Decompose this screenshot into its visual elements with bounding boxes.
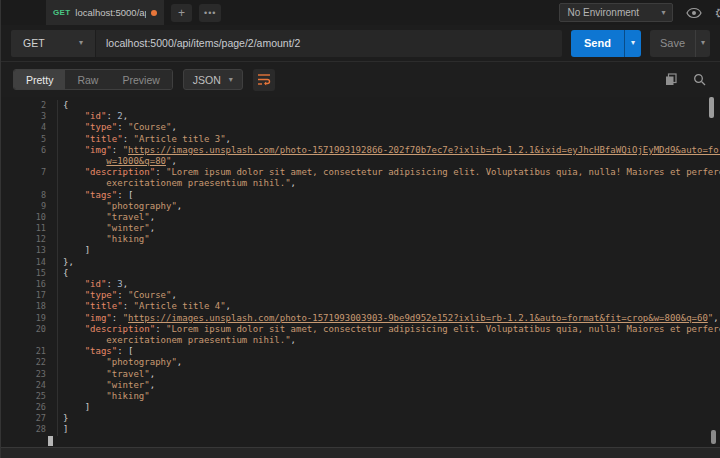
format-dropdown[interactable]: JSON ▾ (183, 69, 243, 90)
format-label: JSON (193, 74, 221, 86)
send-options-button[interactable]: ▾ (624, 30, 641, 57)
code-row: 17 "type": "Course", (1, 290, 720, 301)
scrollbar-thumb-bottom[interactable] (711, 430, 716, 444)
line-number: 23 (1, 369, 46, 380)
tab-options-button[interactable]: ••• (199, 4, 221, 22)
code-row: 26 ] (1, 402, 720, 413)
tab-pretty-label: Pretty (26, 74, 53, 86)
line-number: 11 (1, 223, 46, 234)
tab-title: localhost:5000/api/items/page/... (75, 7, 146, 18)
code-row: 16 "id": 3, (1, 279, 720, 290)
code-text: "id": 3, (57, 279, 720, 290)
code-text: ] (57, 402, 720, 413)
tab-method-label: GET (53, 8, 70, 17)
method-label: GET (23, 37, 45, 49)
code-text: "hiking" (57, 234, 720, 245)
code-row: 13 ] (1, 245, 720, 256)
scrollbar-thumb-top[interactable] (709, 97, 714, 118)
code-text: { (57, 100, 720, 111)
environment-selector[interactable]: No Environment ▾ (559, 3, 673, 22)
search-icon (693, 73, 706, 86)
line-number: 5 (1, 134, 46, 145)
code-text: exercitationem praesentium nihil.", (57, 335, 720, 346)
code-row: 2{ (1, 100, 720, 111)
code-row: 10 "travel", (1, 212, 720, 223)
line-number: 21 (1, 346, 46, 357)
code-row: 18 "title": "Article title 4", (1, 301, 720, 312)
code-text: "type": "Course", (57, 122, 720, 133)
response-view-tabs: Pretty Raw Preview (13, 69, 173, 90)
line-number: 8 (1, 190, 46, 201)
unsaved-changes-dot (151, 10, 157, 16)
settings-button[interactable]: ⚙ (714, 5, 720, 21)
environment-label: No Environment (567, 7, 639, 18)
response-toolbar: Pretty Raw Preview JSON ▾ (1, 62, 720, 97)
line-number: 19 (1, 313, 46, 324)
chevron-down-icon: ▾ (661, 9, 665, 17)
tab-bar: GET localhost:5000/api/items/page/... + … (1, 0, 720, 25)
url-input[interactable] (96, 30, 562, 57)
code-row: 23 "travel", (1, 369, 720, 380)
line-number: 27 (1, 413, 46, 424)
line-number: 22 (1, 357, 46, 368)
line-number: 6 (1, 145, 46, 156)
code-row: 25 "hiking" (1, 391, 720, 402)
code-text: "id": 2, (57, 111, 720, 122)
code-row: 22 "photography", (1, 357, 720, 368)
code-row: 28] (1, 424, 720, 435)
line-number: 7 (1, 167, 46, 178)
code-text: w=1000&q=80", (57, 156, 720, 167)
code-text: "hiking" (57, 391, 720, 402)
request-tab[interactable]: GET localhost:5000/api/items/page/... (46, 0, 164, 25)
code-row: 21 "tags": [ (1, 346, 720, 357)
save-button[interactable]: Save ▾ (650, 30, 710, 57)
code-row: 15{ (1, 268, 720, 279)
save-options-button[interactable]: ▾ (695, 30, 710, 57)
wrap-text-button[interactable] (253, 69, 275, 91)
code-text: ] (57, 424, 720, 435)
code-text: exercitationem praesentium nihil.", (57, 178, 720, 189)
text-cursor (48, 436, 53, 446)
code-row: 6 "img": "https://images.unsplash.com/ph… (1, 145, 720, 156)
code-lines: 2{3 "id": 2,4 "type": "Course",5 "title"… (1, 100, 720, 436)
code-row: 9 "photography", (1, 201, 720, 212)
new-tab-button[interactable]: + (171, 4, 192, 22)
line-number: 25 (1, 391, 46, 402)
tab-raw[interactable]: Raw (65, 70, 110, 89)
line-number: 17 (1, 290, 46, 301)
code-text: ] (57, 245, 720, 256)
line-number: 24 (1, 380, 46, 391)
code-row: 19 "img": "https://images.unsplash.com/p… (1, 313, 720, 324)
chevron-down-icon: ▾ (79, 39, 83, 47)
code-text: "img": "https://images.unsplash.com/phot… (57, 313, 720, 324)
search-button[interactable] (690, 71, 708, 89)
environment-quicklook-button[interactable] (686, 7, 702, 19)
line-number: 13 (1, 245, 46, 256)
send-label: Send (571, 30, 624, 57)
line-number: 28 (1, 424, 46, 435)
code-text: "type": "Course", (57, 290, 720, 301)
ellipsis-icon: ••• (204, 8, 216, 18)
code-row: 14}, (1, 257, 720, 268)
method-dropdown[interactable]: GET ▾ (11, 30, 96, 57)
eye-icon (686, 7, 702, 19)
code-text: } (57, 413, 720, 424)
line-number: 14 (1, 257, 46, 268)
wrap-text-icon (257, 73, 271, 86)
code-row: 4 "type": "Course", (1, 122, 720, 133)
line-number: 4 (1, 122, 46, 133)
code-row: exercitationem praesentium nihil.", (1, 335, 720, 346)
line-number (1, 335, 46, 346)
code-text: "title": "Article title 3", (57, 134, 720, 145)
copy-icon (665, 73, 677, 86)
code-row: 12 "hiking" (1, 234, 720, 245)
code-text: "title": "Article title 4", (57, 301, 720, 312)
tab-pretty[interactable]: Pretty (14, 70, 65, 89)
tab-preview[interactable]: Preview (110, 70, 171, 89)
code-row: w=1000&q=80", (1, 156, 720, 167)
tab-preview-label: Preview (122, 74, 159, 86)
code-text: "winter", (57, 380, 720, 391)
send-button[interactable]: Send ▾ (571, 30, 641, 57)
response-body[interactable]: 2{3 "id": 2,4 "type": "Course",5 "title"… (1, 97, 720, 447)
copy-button[interactable] (662, 71, 680, 89)
